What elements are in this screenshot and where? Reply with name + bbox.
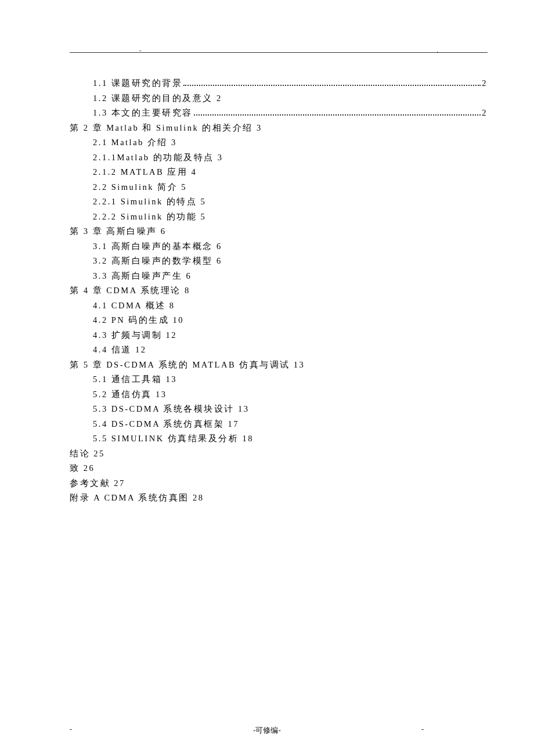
- toc-entry: 附录 A CDMA 系统仿真图 28: [70, 491, 488, 506]
- toc-entry-label: 4.3 扩频与调制 12: [93, 330, 177, 340]
- toc-entry-label: 2.2.2 Simulink 的功能 5: [93, 212, 206, 221]
- toc-entry: 5.3 DS-CDMA 系统各模块设计 13: [70, 402, 488, 417]
- toc-entry: 3.2 高斯白噪声的数学模型 6: [70, 254, 488, 269]
- header-separator: - .: [70, 52, 488, 53]
- toc-entry: 1.2 课题研究的目的及意义 2: [70, 91, 488, 106]
- toc-entry: 4.3 扩频与调制 12: [70, 328, 488, 343]
- toc-entry-label: 第 4 章 CDMA 系统理论 8: [70, 286, 190, 295]
- toc-entry-label: 3.1 高斯白噪声的基本概念 6: [93, 242, 222, 251]
- toc-entry: 2.1 Matlab 介绍 3: [70, 135, 488, 150]
- toc-entry-label: 附录 A CDMA 系统仿真图 28: [70, 493, 204, 502]
- toc-entry: 第 4 章 CDMA 系统理论 8: [70, 283, 488, 298]
- toc-entry-label: 4.2 PN 码的生成 10: [93, 315, 184, 325]
- toc-entry: 4.1 CDMA 概述 8: [70, 298, 488, 314]
- toc-entry: 4.4 信道 12: [70, 343, 488, 358]
- toc-entry-label: 2.1.2 MATLAB 应用 4: [93, 167, 197, 177]
- document-page: - . 1.1 课题研究的背景 21.2 课题研究的目的及意义 21.3 本文的…: [70, 52, 488, 506]
- toc-entry-label: 5.5 SIMULINK 仿真结果及分析 18: [93, 434, 254, 443]
- footer: - -可修编- -: [0, 725, 534, 736]
- toc-entry-label: 第 3 章 高斯白噪声 6: [70, 226, 167, 236]
- toc-entry-label: 第 5 章 DS-CDMA 系统的 MATLAB 仿真与调试 13: [70, 360, 305, 369]
- toc-entry: 5.4 DS-CDMA 系统仿真框架 17: [70, 417, 488, 432]
- header-dot-right: .: [437, 47, 439, 53]
- toc-entry-label: 2.2.1 Simulink 的特点 5: [93, 197, 206, 206]
- toc-entry: 2.2.1 Simulink 的特点 5: [70, 195, 488, 210]
- toc-entry-label: 2.2 Simulink 简介 5: [93, 182, 187, 192]
- toc-entry-label: 3.3 高斯白噪声产生 6: [93, 271, 192, 280]
- toc-entry: 2.2.2 Simulink 的功能 5: [70, 210, 488, 225]
- toc-entry-label: 1.3 本文的主要研究容: [93, 106, 193, 121]
- footer-dash-right: -: [421, 725, 424, 734]
- toc-entry: 参考文献 27: [70, 476, 488, 491]
- toc-entry-label: 致 26: [70, 463, 95, 473]
- toc-entry-label: 1.2 课题研究的目的及意义 2: [93, 93, 222, 103]
- toc-entry: 3.3 高斯白噪声产生 6: [70, 269, 488, 284]
- toc-entry-label: 3.2 高斯白噪声的数学模型 6: [93, 256, 222, 265]
- toc-entry-label: 5.4 DS-CDMA 系统仿真框架 17: [93, 419, 239, 429]
- toc-entry: 结论 25: [70, 447, 488, 462]
- toc-entry-label: 4.1 CDMA 概述 8: [93, 301, 175, 310]
- toc-entry: 5.1 通信工具箱 13: [70, 372, 488, 387]
- toc-entry-pagenum: 2: [482, 76, 488, 91]
- toc-entry-label: 1.1 课题研究的背景: [93, 76, 182, 91]
- toc-entry-label: 4.4 信道 12: [93, 345, 146, 354]
- toc-leader-dots: [194, 114, 481, 116]
- toc-entry: 1.1 课题研究的背景 2: [70, 76, 488, 91]
- toc-entry-label: 2.1.1Matlab 的功能及特点 3: [93, 153, 223, 162]
- toc-entry: 1.3 本文的主要研究容 2: [70, 106, 488, 121]
- toc-entry-label: 第 2 章 Matlab 和 Simulink 的相关介绍 3: [70, 123, 262, 132]
- header-dash-left: -: [139, 47, 141, 53]
- toc-entry-label: 5.1 通信工具箱 13: [93, 375, 177, 384]
- toc-entry-label: 参考文献 27: [70, 478, 125, 488]
- toc-leader-dots: [183, 85, 481, 86]
- toc-entry: 第 3 章 高斯白噪声 6: [70, 224, 488, 239]
- toc-entry: 5.2 通信仿真 13: [70, 387, 488, 402]
- footer-dash-left: -: [70, 725, 72, 734]
- toc-entry: 4.2 PN 码的生成 10: [70, 313, 488, 328]
- toc-entry: 2.2 Simulink 简介 5: [70, 180, 488, 195]
- toc-entry-label: 5.3 DS-CDMA 系统各模块设计 13: [93, 404, 250, 413]
- toc-entry: 2.1.1Matlab 的功能及特点 3: [70, 150, 488, 165]
- table-of-contents: 1.1 课题研究的背景 21.2 课题研究的目的及意义 21.3 本文的主要研究…: [70, 76, 488, 506]
- toc-entry: 3.1 高斯白噪声的基本概念 6: [70, 239, 488, 254]
- toc-entry: 5.5 SIMULINK 仿真结果及分析 18: [70, 431, 488, 447]
- toc-entry: 2.1.2 MATLAB 应用 4: [70, 165, 488, 180]
- toc-entry-label: 2.1 Matlab 介绍 3: [93, 138, 177, 147]
- toc-entry-label: 结论 25: [70, 449, 105, 458]
- toc-entry: 第 5 章 DS-CDMA 系统的 MATLAB 仿真与调试 13: [70, 358, 488, 373]
- toc-entry: 第 2 章 Matlab 和 Simulink 的相关介绍 3: [70, 121, 488, 136]
- toc-entry: 致 26: [70, 461, 488, 476]
- toc-entry-label: 5.2 通信仿真 13: [93, 390, 167, 399]
- footer-text: -可修编-: [253, 726, 281, 735]
- toc-entry-pagenum: 2: [482, 106, 488, 121]
